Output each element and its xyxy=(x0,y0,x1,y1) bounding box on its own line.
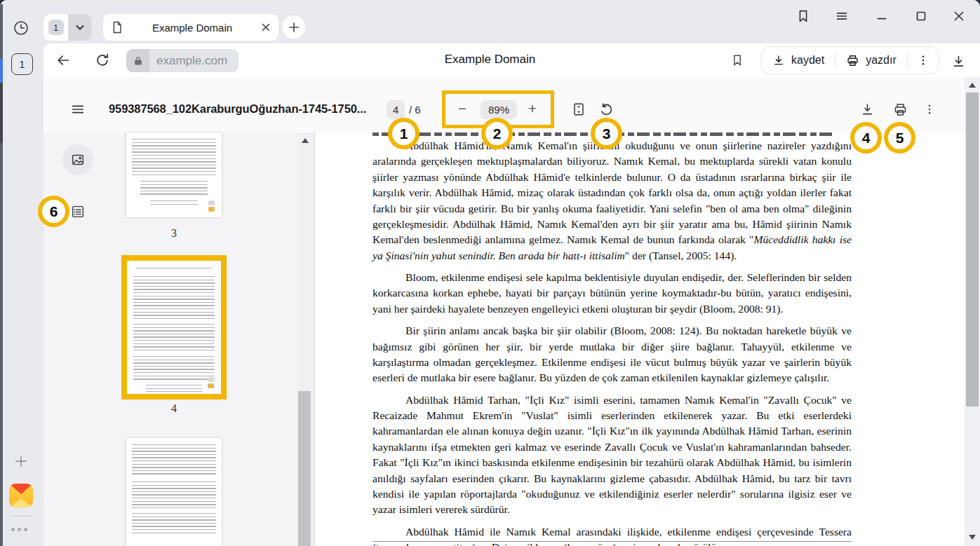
print-button[interactable]: yazdır xyxy=(835,47,907,74)
footnote-rule xyxy=(372,541,852,542)
annotation-circle-3: 3 xyxy=(591,118,622,149)
thumbnail-page-5[interactable] xyxy=(126,438,222,546)
kebab-icon xyxy=(917,54,929,67)
maximize-button[interactable] xyxy=(912,7,930,25)
page-actions-group: kaydet yazdır xyxy=(761,46,939,74)
pdf-sidebar-toggle-icon[interactable] xyxy=(69,101,86,118)
browser-window: 1 Example Domain xyxy=(0,0,980,546)
tab-group-count[interactable]: 1 xyxy=(43,14,68,41)
side-tab-counter[interactable]: 1 xyxy=(11,53,33,75)
annotation-circle-4: 4 xyxy=(850,122,882,153)
downloads-icon[interactable] xyxy=(949,52,967,70)
chevron-down-icon xyxy=(74,22,86,33)
scrollbar-thumb[interactable] xyxy=(298,391,311,546)
scroll-up-arrow[interactable] xyxy=(302,138,309,143)
browser-menu-icon[interactable] xyxy=(833,7,851,25)
bookmark-page-icon[interactable] xyxy=(729,52,746,69)
scroll-down-arrow[interactable] xyxy=(969,535,976,540)
paragraph: Abdülhak Hâmid ile Namık Kemal arasındak… xyxy=(372,524,852,546)
history-icon[interactable] xyxy=(13,20,29,36)
close-window-button[interactable] xyxy=(950,7,968,25)
tab-group-badge: 1 xyxy=(48,20,64,35)
collections-bookmark-icon[interactable] xyxy=(794,7,812,25)
tab-group-expander[interactable] xyxy=(68,14,92,41)
add-panel-icon[interactable] xyxy=(13,453,29,470)
fit-page-icon[interactable] xyxy=(570,101,587,118)
pdf-current-page-input[interactable]: 4 xyxy=(387,100,405,119)
pdf-filename: 959387568_102KaraburguOğuzhan-1745-1750.… xyxy=(109,102,366,116)
annotation-circle-2: 2 xyxy=(481,118,513,149)
tab-example-domain[interactable]: Example Domain xyxy=(103,14,278,41)
annotation-circle-5: 5 xyxy=(884,122,915,153)
back-icon[interactable] xyxy=(55,52,72,69)
more-actions-button[interactable] xyxy=(908,47,939,74)
thumbnail-page-4-selected[interactable] xyxy=(121,255,227,400)
address-bar[interactable]: example.com xyxy=(126,49,239,72)
lock-icon[interactable] xyxy=(126,49,149,72)
scrollbar-thumb[interactable] xyxy=(966,93,979,407)
minimize-button[interactable] xyxy=(873,7,891,25)
screen-edge xyxy=(0,4,3,546)
annotation-circle-6: 6 xyxy=(38,196,69,227)
url-domain[interactable]: example.com xyxy=(149,49,239,72)
image-icon xyxy=(70,152,86,168)
annotation-circle-1: 1 xyxy=(388,118,419,149)
page-stamp xyxy=(208,199,215,212)
page-icon xyxy=(110,20,124,34)
reload-icon[interactable] xyxy=(94,52,111,69)
printer-icon xyxy=(846,54,859,67)
save-button[interactable]: kaydet xyxy=(762,47,835,74)
plus-icon xyxy=(288,21,300,34)
pdf-download-icon[interactable] xyxy=(859,101,875,118)
pdf-text: Abdülhak Hâmid'in, Namık Kemal'ın şiirle… xyxy=(372,138,852,546)
tab-title: Example Domain xyxy=(124,22,260,34)
thumbnail-label: 3 xyxy=(160,227,188,240)
thumbnail-scrollbar[interactable] xyxy=(297,132,313,546)
pdf-print-icon[interactable] xyxy=(892,101,908,118)
paragraph: Abdülhak Hâmid'in, Namık Kemal'ın şiirle… xyxy=(372,138,852,264)
pdf-page-count: / 6 xyxy=(409,104,421,116)
paragraph: Bloom, etkilenme endişesi sele kapılma b… xyxy=(372,270,852,317)
rotate-icon[interactable] xyxy=(598,101,615,118)
download-icon xyxy=(772,54,785,67)
pdf-page-view: Abdülhak Hâmid'in, Namık Kemal'ın şiirle… xyxy=(314,132,965,546)
page-scrollbar[interactable] xyxy=(965,77,980,546)
page-stamp xyxy=(208,376,214,388)
more-apps-icon[interactable] xyxy=(11,528,27,531)
divider xyxy=(10,516,33,517)
tab-close-icon[interactable] xyxy=(260,22,271,33)
tab-group-control[interactable]: 1 xyxy=(43,14,92,41)
list-icon xyxy=(70,204,86,219)
scroll-up-arrow[interactable] xyxy=(969,83,976,88)
outline-view-button[interactable] xyxy=(69,203,86,220)
new-tab-button[interactable] xyxy=(282,15,305,39)
thumbnail-view-button[interactable] xyxy=(62,144,93,175)
pdf-more-icon[interactable] xyxy=(921,101,938,118)
paragraph: Bir şiirin anlamı ancak başka bir şiir o… xyxy=(372,323,852,386)
thumbnail-page-3[interactable] xyxy=(126,132,222,217)
page-title: Example Domain xyxy=(445,53,535,67)
paragraph: Abdülhak Hâmid Tarhan, "İçli Kız" isimli… xyxy=(372,393,852,518)
mail-app-icon[interactable] xyxy=(9,484,33,507)
thumbnail-label: 4 xyxy=(160,402,188,415)
